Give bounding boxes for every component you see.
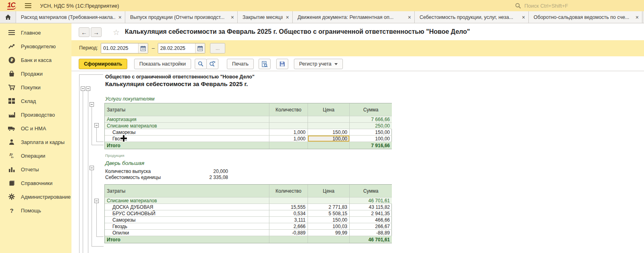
cell-expense[interactable]: Списание материалов [105, 123, 269, 129]
global-search[interactable] [515, 0, 600, 11]
cell-price[interactable]: 5 508,15 [308, 210, 350, 217]
print-preview-button[interactable] [259, 59, 271, 69]
cell-qty[interactable]: 15,555 [269, 204, 308, 210]
cell-expense[interactable]: Саморезы [105, 217, 269, 223]
cell-sum[interactable]: 266,67 [350, 223, 392, 230]
column-header[interactable]: Количество [269, 103, 308, 116]
cell-expense[interactable]: Амортизация [105, 116, 269, 123]
sidebar-item-pomosch[interactable]: ? Помощь [0, 204, 71, 217]
sidebar-item-spravochniki[interactable]: Справочники [0, 176, 71, 190]
cell-qty[interactable]: 0,534 [269, 210, 308, 217]
cell-price[interactable] [308, 197, 350, 204]
cell-price[interactable]: 2 771,83 [308, 204, 350, 210]
tab-oborotno-saldovaya[interactable]: Оборотно-сальдовая ведомость по сче... × [529, 11, 642, 23]
sidebar-item-glavnoe[interactable]: Главное [0, 26, 71, 39]
find-next-button[interactable] [206, 59, 218, 69]
main-menu-icon[interactable] [25, 3, 31, 8]
column-header[interactable]: Затраты [105, 185, 269, 197]
tab-dvizheniya-dokumenta[interactable]: Движения документа: Регламентная оп... × [293, 11, 415, 23]
cell-qty[interactable] [269, 236, 308, 243]
sidebar-item-pokupki[interactable]: Покупки [0, 80, 71, 94]
column-header[interactable]: Затраты [105, 103, 269, 116]
cell-sum[interactable]: 46 701,61 [350, 197, 392, 204]
period-more-button[interactable]: ... [210, 43, 225, 53]
cell-expense[interactable]: Итого [105, 142, 269, 149]
selected-cell-price[interactable]: 100,00 [308, 136, 350, 142]
find-button[interactable] [195, 59, 207, 69]
print-button[interactable]: Печать [227, 59, 254, 69]
cell-qty[interactable]: 1,000 [269, 136, 308, 142]
sidebar-item-rukovoditelyu[interactable]: Руководителю [0, 39, 71, 53]
cell-sum[interactable]: 2 941,35 [350, 210, 392, 217]
cell-expense[interactable]: БРУС ОСИНОВЫЙ [105, 210, 269, 217]
cell-sum[interactable]: 150,00 [350, 129, 392, 136]
cell-qty[interactable]: 3,111 [269, 217, 308, 223]
cell-sum[interactable]: 43 115,82 [350, 204, 392, 210]
home-tab[interactable] [0, 11, 16, 23]
close-icon[interactable]: × [408, 14, 411, 20]
forward-button[interactable]: → [91, 27, 102, 37]
column-header[interactable]: Количество [269, 185, 308, 197]
cell-sum[interactable]: -88,89 [350, 230, 392, 236]
column-header[interactable]: Цена [308, 185, 350, 197]
period-to-input[interactable] [158, 43, 195, 53]
cell-qty[interactable] [269, 123, 308, 129]
tab-zakrytie-mesyaca[interactable]: Закрытие месяца × [238, 11, 293, 23]
cell-expense[interactable]: ДОСКА ДУБОВАЯ [105, 204, 269, 210]
tab-vypusk-produkcii[interactable]: Выпуск продукции (Отчеты производст... × [125, 11, 238, 23]
cell-expense[interactable]: Гвоздь [105, 223, 269, 230]
cell-price[interactable] [308, 236, 350, 243]
cell-sum[interactable]: 46 701,61 [350, 236, 392, 243]
cell-price[interactable]: 150,00 [308, 129, 350, 136]
sidebar-item-prodazhi[interactable]: Продажи [0, 67, 71, 80]
sidebar-item-otchety[interactable]: Отчеты [0, 162, 71, 176]
cell-expense[interactable]: Гвоздь [105, 136, 269, 142]
tab-sebestoimost[interactable]: Себестоимость продукции, услуг, неза... … [415, 11, 529, 23]
generate-button[interactable]: Сформировать [79, 59, 127, 69]
cell-expense[interactable]: Итого [105, 236, 269, 243]
register-dropdown-button[interactable]: Регистр учета [294, 59, 343, 69]
close-icon[interactable]: × [231, 14, 234, 20]
column-header[interactable]: Сумма [350, 185, 392, 197]
save-button[interactable] [276, 59, 288, 69]
cell-expense[interactable]: Саморезы [105, 129, 269, 136]
column-header[interactable]: Сумма [350, 103, 392, 116]
back-button[interactable]: ← [79, 27, 90, 37]
close-icon[interactable]: × [522, 14, 525, 20]
cell-sum[interactable]: 466,66 [350, 217, 392, 223]
cell-price[interactable] [308, 116, 350, 123]
search-input[interactable] [524, 2, 600, 9]
cell-sum[interactable]: 100,00 [350, 136, 392, 142]
cell-qty[interactable] [269, 116, 308, 123]
collapse-group-icon[interactable] [90, 166, 94, 170]
close-icon[interactable]: × [118, 14, 122, 20]
cell-qty[interactable] [269, 197, 308, 204]
collapse-group-icon[interactable] [94, 199, 99, 203]
cell-price[interactable] [308, 142, 350, 149]
calendar-icon[interactable] [195, 43, 205, 53]
cell-qty[interactable] [269, 142, 308, 149]
cell-qty[interactable]: -0,889 [269, 230, 308, 236]
column-header[interactable]: Цена [308, 103, 350, 116]
collapse-group-icon[interactable] [94, 123, 99, 128]
sidebar-item-sklad[interactable]: Склад [0, 94, 71, 108]
sidebar-item-operacii[interactable]: ДтКт Операции [0, 149, 71, 162]
cell-sum[interactable]: 7 666,66 [350, 116, 392, 123]
collapse-group-icon[interactable] [86, 86, 90, 91]
period-from-input[interactable] [101, 43, 138, 53]
close-icon[interactable]: × [636, 14, 639, 20]
sidebar-item-zarplata-i-kadry[interactable]: Зарплата и кадры [0, 135, 71, 149]
cell-qty[interactable]: 2,666 [269, 223, 308, 230]
cell-expense[interactable]: Списание материалов [105, 197, 269, 204]
sidebar-item-proizvodstvo[interactable]: Производство [0, 108, 71, 121]
favorite-star-icon[interactable]: ☆ [113, 28, 120, 37]
show-settings-button[interactable]: Показать настройки [134, 59, 191, 69]
cell-price[interactable] [308, 123, 350, 129]
cell-price[interactable]: 100,03 [308, 223, 350, 230]
sidebar-item-bank-i-kassa[interactable]: ₽ Банк и касса [0, 53, 71, 67]
sidebar-item-administrirovanie[interactable]: Администрирование [0, 190, 71, 204]
cell-price[interactable]: 150,00 [308, 217, 350, 223]
calendar-icon[interactable] [138, 43, 148, 53]
sidebar-item-os-i-nma[interactable]: ОС и НМА [0, 121, 71, 135]
cell-price[interactable]: 99,99 [308, 230, 350, 236]
